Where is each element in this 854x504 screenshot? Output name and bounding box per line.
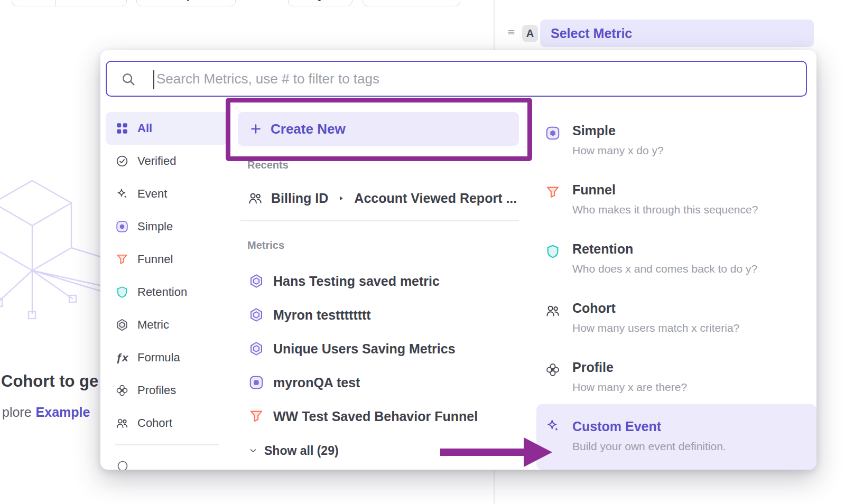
- metric-hexagon-icon: [248, 307, 264, 323]
- sidebar-item-all[interactable]: All: [106, 112, 228, 145]
- sidebar-item-event[interactable]: Event: [106, 178, 228, 210]
- sidebar-item-label: Simple: [137, 220, 173, 234]
- funnel-icon: [115, 253, 129, 266]
- granularity-label: Day: [304, 0, 324, 2]
- simple-icon: [248, 375, 264, 390]
- sidebar-item-label: Profiles: [137, 384, 176, 397]
- compare-label: Compare: [163, 0, 209, 2]
- simple-icon: [115, 220, 129, 234]
- metric-hexagon-icon: [248, 341, 264, 357]
- sidebar-item-partial-icon: [116, 460, 129, 470]
- example-link[interactable]: Example: [36, 405, 90, 419]
- metric-type-description: Build your own event definition.: [572, 440, 726, 453]
- metric-type-title: Custom Event: [572, 419, 661, 434]
- select-metric-label: Select Metric: [551, 26, 632, 41]
- sidebar-item-formula[interactable]: ƒx Formula: [106, 341, 228, 374]
- sidebar-item-label: Metric: [137, 318, 169, 332]
- list-item[interactable]: myronQA test: [239, 366, 519, 399]
- range-12m-button[interactable]: 12M: [12, 0, 55, 6]
- metric-type-title: Cohort: [572, 301, 616, 316]
- funnel-icon: [248, 408, 264, 424]
- funnel-icon: [545, 184, 561, 202]
- grid-icon: [115, 122, 129, 135]
- list-item[interactable]: Hans Testing saved metric: [239, 264, 519, 298]
- breadcrumb-arrow-icon: [337, 194, 345, 202]
- cohort-icon: [545, 303, 561, 321]
- show-all-button[interactable]: Show all (29): [239, 439, 339, 462]
- metric-type-title: Simple: [572, 123, 616, 138]
- sidebar-item-label: Event: [137, 187, 167, 201]
- cohort-icon: [247, 190, 263, 206]
- sidebar-item-label: All: [137, 122, 152, 135]
- list-item[interactable]: Myron testttttttt: [239, 298, 519, 332]
- verified-icon: [115, 154, 129, 168]
- select-metric-field[interactable]: Select Metric: [540, 20, 814, 47]
- sidebar-item-label: Verified: [137, 154, 176, 168]
- query-row-badge: A: [522, 25, 538, 42]
- chevron-down-icon: [248, 446, 258, 455]
- simple-icon: [545, 125, 561, 143]
- profiles-icon: [115, 384, 129, 397]
- sidebar-item-label: Retention: [137, 285, 187, 299]
- sidebar-item-simple[interactable]: Simple: [106, 210, 228, 243]
- metrics-header: Metrics: [247, 239, 284, 251]
- recents-header: Recents: [247, 159, 289, 171]
- retention-icon: [545, 244, 561, 262]
- chart-type-button[interactable]: Line: [363, 0, 460, 6]
- metric-item-label: Hans Testing saved metric: [273, 274, 440, 289]
- metric-item-label: WW Test Saved Behavior Funnel: [273, 409, 478, 424]
- line-chart-icon: [392, 0, 404, 2]
- recent-item-event: Account Viewed Report ...: [354, 191, 517, 206]
- show-all-label: Show all (29): [264, 444, 339, 458]
- sidebar-item-label: Funnel: [137, 253, 173, 266]
- sidebar-divider: [115, 444, 219, 445]
- sidebar-item-metric[interactable]: Metric: [106, 309, 228, 341]
- range-ytd-button[interactable]: YTD: [55, 0, 126, 6]
- sidebar-item-label: Formula: [137, 351, 180, 365]
- retention-icon: [115, 285, 129, 299]
- sidebar-item-label: Cohort: [137, 416, 172, 430]
- custom-event-icon: [545, 418, 561, 436]
- metric-item-label: myronQA test: [273, 375, 360, 390]
- empty-state-subtitle-text: plore: [2, 405, 32, 419]
- metric-type-title: Retention: [572, 241, 633, 257]
- sidebar-item-retention[interactable]: Retention: [106, 276, 228, 309]
- create-new-button[interactable]: Create New: [238, 112, 519, 146]
- sidebar-item-cohort[interactable]: Cohort: [106, 407, 228, 440]
- section-divider: [240, 220, 519, 221]
- create-new-label: Create New: [271, 121, 346, 137]
- list-item[interactable]: WW Test Saved Behavior Funnel: [239, 399, 519, 433]
- cohort-icon: [115, 416, 129, 430]
- metric-type-column: Simple How many x do y? Funnel Who makes…: [536, 50, 816, 470]
- chart-type-label: Line: [410, 0, 431, 2]
- metric-hexagon-icon: [115, 318, 129, 332]
- granularity-button[interactable]: Day: [288, 0, 352, 6]
- saved-metric-list: Hans Testing saved metric Myron testtttt…: [239, 264, 519, 433]
- drag-handle-icon[interactable]: [507, 28, 516, 39]
- recent-item[interactable]: Billing ID Account Viewed Report ...: [239, 183, 519, 213]
- metric-type-custom-event[interactable]: Custom Event Build your own event defini…: [536, 404, 816, 470]
- empty-state-subtitle: ploreExample: [2, 405, 90, 420]
- metric-picker-modal: All Verified Event Simple Funnel Retenti…: [100, 50, 816, 470]
- event-spark-icon: [115, 187, 129, 201]
- metric-type-simple[interactable]: Simple How many x do y?: [536, 119, 816, 178]
- empty-state-title-fragment: Cohort to ge: [1, 372, 98, 391]
- metric-type-description: How many x do y?: [572, 144, 664, 157]
- sidebar-item-funnel[interactable]: Funnel: [106, 243, 228, 276]
- metric-item-label: Unique Users Saving Metrics: [273, 341, 456, 357]
- metric-type-title: Funnel: [572, 182, 616, 198]
- profiles-icon: [545, 362, 561, 380]
- compare-button[interactable]: Compare: [136, 0, 236, 6]
- sidebar-item-profiles[interactable]: Profiles: [106, 374, 228, 407]
- metric-type-funnel[interactable]: Funnel Who makes it through this sequenc…: [536, 178, 816, 237]
- range-ytd-label: YTD: [75, 0, 96, 2]
- metric-type-description: How many x are there?: [572, 381, 687, 394]
- metric-type-title: Profile: [572, 360, 614, 375]
- date-range-button-group[interactable]: 12M YTD: [12, 0, 127, 6]
- metric-type-cohort[interactable]: Cohort How many users match x criteria?: [536, 296, 816, 356]
- metric-type-retention[interactable]: Retention Who does x and comes back to d…: [536, 237, 816, 296]
- metric-category-sidebar: All Verified Event Simple Funnel Retenti…: [106, 112, 228, 440]
- sidebar-item-verified[interactable]: Verified: [106, 145, 228, 178]
- list-item[interactable]: Unique Users Saving Metrics: [239, 332, 519, 366]
- formula-icon: ƒx: [115, 351, 129, 364]
